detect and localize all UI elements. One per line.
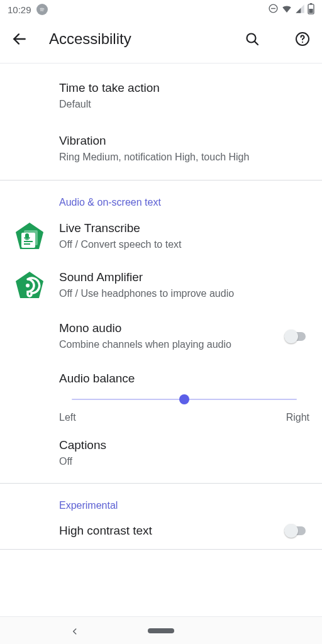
audio-balance-slider[interactable] [59, 393, 309, 406]
wifi-icon [281, 3, 292, 16]
setting-subtitle: Off [59, 455, 309, 469]
divider [0, 549, 322, 550]
setting-audio-balance[interactable]: Audio balance Left Right [0, 363, 322, 430]
live-transcribe-icon [14, 221, 45, 252]
setting-mono-audio[interactable]: Mono audio Combine channels when playing… [0, 310, 322, 363]
page-title: Accessibility [49, 30, 223, 48]
setting-live-transcribe[interactable]: Live Transcribe Off / Convert speech to … [0, 212, 322, 261]
system-nav-bar [0, 616, 322, 644]
section-header-experimental: Experimental [0, 484, 322, 515]
setting-title: High contrast text [59, 524, 274, 538]
setting-subtitle: Off / Use headphones to improve audio [59, 287, 309, 301]
search-button[interactable] [244, 31, 260, 47]
svg-point-10 [302, 42, 303, 43]
app-bar: Accessibility [0, 19, 322, 59]
slider-label-left: Left [59, 412, 76, 423]
setting-time-to-take-action[interactable]: Time to take action Default [0, 64, 322, 123]
signal-icon [295, 4, 305, 16]
high-contrast-switch[interactable] [284, 524, 308, 538]
setting-title: Audio balance [59, 372, 309, 386]
setting-title: Sound Amplifier [59, 270, 309, 284]
do-not-disturb-icon [268, 3, 279, 16]
setting-sound-amplifier[interactable]: Sound Amplifier Off / Use headphones to … [0, 261, 322, 310]
setting-title: Vibration [59, 134, 309, 148]
sound-amplifier-icon [14, 270, 45, 301]
svg-rect-14 [24, 241, 33, 242]
setting-captions[interactable]: Captions Off [0, 430, 322, 484]
svg-point-18 [26, 284, 30, 287]
svg-rect-4 [310, 3, 313, 4]
setting-subtitle: Combine channels when playing audio [59, 338, 274, 352]
back-button[interactable] [11, 31, 28, 47]
spotify-icon [36, 4, 48, 15]
nav-home-pill[interactable] [148, 628, 174, 633]
section-header-audio: Audio & on-screen text [0, 180, 322, 212]
battery-icon [308, 3, 314, 16]
setting-title: Mono audio [59, 321, 274, 335]
status-time: 10:29 [8, 4, 31, 15]
svg-rect-16 [25, 233, 29, 239]
setting-high-contrast-text[interactable]: High contrast text [0, 515, 322, 549]
setting-subtitle: Ring Medium, notification High, touch Hi… [59, 150, 309, 164]
svg-rect-5 [309, 9, 313, 13]
setting-subtitle: Off / Convert speech to text [59, 238, 309, 252]
slider-label-right: Right [286, 412, 309, 423]
nav-back-icon[interactable] [70, 627, 79, 638]
setting-title: Time to take action [59, 81, 309, 95]
help-button[interactable] [294, 31, 311, 47]
slider-thumb[interactable] [179, 394, 189, 404]
status-bar: 10:29 [0, 0, 322, 19]
svg-rect-15 [24, 243, 30, 245]
setting-subtitle: Default [59, 97, 309, 111]
svg-line-8 [255, 42, 258, 45]
setting-title: Captions [59, 438, 309, 452]
setting-vibration[interactable]: Vibration Ring Medium, notification High… [0, 123, 322, 180]
mono-audio-switch[interactable] [284, 330, 308, 343]
setting-title: Live Transcribe [59, 221, 309, 235]
